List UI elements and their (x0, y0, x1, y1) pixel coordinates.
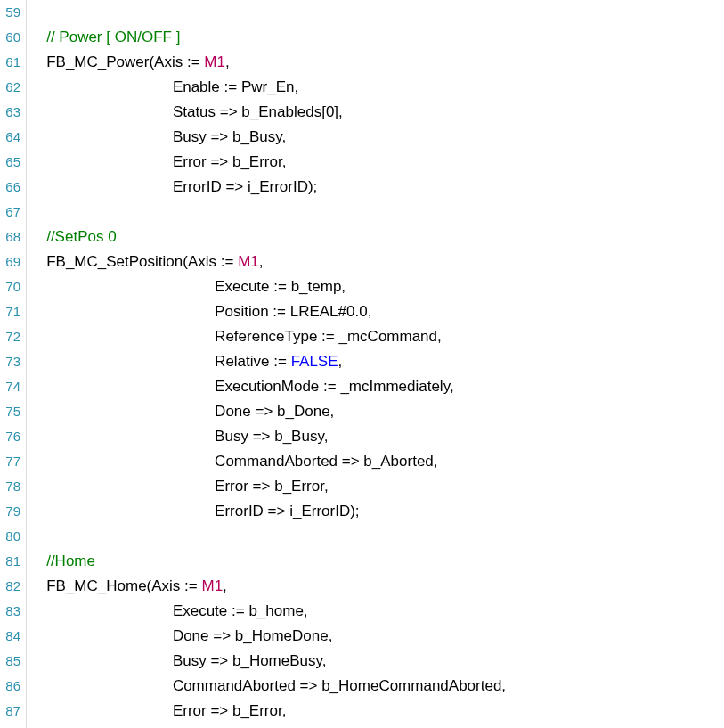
code-line[interactable] (34, 200, 724, 225)
code-line[interactable]: Error => b_Error, (34, 150, 724, 175)
code-line[interactable]: Done => b_Done, (34, 399, 724, 424)
code-line[interactable]: // Power [ ON/OFF ] (34, 25, 724, 50)
code-line[interactable]: FB_MC_Home(Axis := M1, (34, 574, 724, 599)
code-line[interactable] (34, 0, 724, 25)
token-default: FB_MC_Home(Axis := (46, 577, 201, 594)
token-default: Status => b_Enableds[0], (173, 103, 343, 120)
line-number: 66 (0, 175, 22, 200)
indent (34, 552, 46, 569)
indent (34, 328, 215, 345)
token-default: FB_MC_Power(Axis := (46, 53, 204, 70)
token-default: , (223, 577, 227, 594)
token-default: Busy => b_Busy, (173, 128, 286, 145)
line-number: 61 (0, 50, 22, 75)
token-var: M1 (238, 253, 259, 270)
code-line[interactable]: ErrorID => i_ErrorID); (34, 499, 724, 524)
line-number: 60 (0, 25, 22, 50)
token-default: FB_MC_SetPosition(Axis := (46, 253, 238, 270)
code-area[interactable]: // Power [ ON/OFF ] FB_MC_Power(Axis := … (27, 0, 724, 728)
code-line[interactable]: CommandAborted => b_HomeCommandAborted, (34, 674, 724, 699)
line-number: 74 (0, 374, 22, 399)
indent (34, 178, 173, 195)
token-default: Execute := b_temp, (215, 278, 346, 295)
token-var: M1 (204, 53, 225, 70)
line-number: 64 (0, 125, 22, 150)
indent (34, 53, 46, 70)
indent (34, 627, 173, 644)
code-line[interactable]: Execute := b_temp, (34, 274, 724, 299)
code-line[interactable]: Status => b_Enableds[0], (34, 100, 724, 125)
token-var: M1 (201, 577, 223, 594)
indent (34, 378, 215, 395)
line-number: 67 (0, 200, 22, 225)
line-number: 59 (0, 0, 22, 25)
token-default: Execute := b_home, (173, 602, 308, 619)
line-number: 76 (0, 424, 22, 449)
code-line[interactable]: ReferenceType := _mcCommand, (34, 324, 724, 349)
code-line[interactable]: ErrorID => i_ErrorID); (34, 175, 724, 200)
indent (34, 453, 215, 470)
code-line[interactable]: Error => b_Error, (34, 474, 724, 499)
code-line[interactable]: Execute := b_home, (34, 599, 724, 624)
code-line[interactable]: Error => b_Error, (34, 699, 724, 724)
indent (34, 303, 215, 320)
code-editor[interactable]: 5960616263646566676869707172737475767778… (0, 0, 724, 728)
code-line[interactable]: FB_MC_Power(Axis := M1, (34, 50, 724, 75)
line-number: 83 (0, 599, 22, 624)
token-default: Done => b_Done, (215, 403, 334, 420)
token-default: ErrorID => i_ErrorID); (173, 178, 317, 195)
token-default: Relative := (215, 353, 291, 370)
code-line[interactable] (34, 524, 724, 549)
token-default: , (225, 53, 230, 70)
code-line[interactable]: Busy => b_Busy, (34, 424, 724, 449)
indent (34, 228, 46, 245)
token-comment: //SetPos 0 (46, 228, 116, 245)
line-number: 68 (0, 225, 22, 249)
indent (34, 577, 46, 594)
token-default: CommandAborted => b_Aborted, (215, 453, 437, 470)
token-default: ReferenceType := _mcCommand, (215, 328, 442, 345)
token-default: ExecutionMode := _mcImmediately, (215, 378, 454, 395)
line-number: 79 (0, 499, 22, 524)
line-number: 75 (0, 399, 22, 424)
line-number: 70 (0, 274, 22, 299)
token-default: Error => b_Error, (173, 153, 287, 170)
line-number: 87 (0, 699, 22, 724)
indent (34, 478, 215, 495)
indent (34, 428, 215, 445)
code-line[interactable]: Done => b_HomeDone, (34, 624, 724, 649)
token-default: CommandAborted => b_HomeCommandAborted, (173, 677, 506, 694)
code-line[interactable]: CommandAborted => b_Aborted, (34, 449, 724, 474)
line-number: 85 (0, 649, 22, 674)
code-line[interactable]: //SetPos 0 (34, 225, 724, 249)
indent (34, 677, 173, 694)
line-number: 86 (0, 674, 22, 699)
line-number: 63 (0, 100, 22, 125)
token-keyword: FALSE (291, 353, 338, 370)
token-default: Done => b_HomeDone, (173, 627, 333, 644)
code-line[interactable]: Enable := Pwr_En, (34, 75, 724, 100)
token-default: Position := LREAL#0.0, (215, 303, 371, 320)
token-default: ErrorID => i_ErrorID); (215, 503, 359, 519)
line-number: 84 (0, 624, 22, 649)
token-default: Busy => b_Busy, (215, 428, 328, 445)
token-comment: // Power [ ON/OFF ] (46, 29, 180, 45)
line-number: 82 (0, 574, 22, 599)
line-number: 78 (0, 474, 22, 499)
line-number: 77 (0, 449, 22, 474)
code-line[interactable]: FB_MC_SetPosition(Axis := M1, (34, 249, 724, 274)
code-line[interactable]: //Home (34, 549, 724, 574)
code-line[interactable]: Busy => b_HomeBusy, (34, 649, 724, 674)
indent (34, 353, 215, 370)
code-line[interactable]: Busy => b_Busy, (34, 125, 724, 150)
line-number: 73 (0, 349, 22, 374)
indent (34, 29, 46, 45)
indent (34, 128, 173, 145)
line-number: 62 (0, 75, 22, 100)
token-default: , (338, 353, 343, 370)
code-line[interactable]: Relative := FALSE, (34, 349, 724, 374)
line-number: 80 (0, 524, 22, 549)
token-default: Busy => b_HomeBusy, (173, 652, 327, 669)
code-line[interactable]: ExecutionMode := _mcImmediately, (34, 374, 724, 399)
code-line[interactable]: Position := LREAL#0.0, (34, 299, 724, 324)
